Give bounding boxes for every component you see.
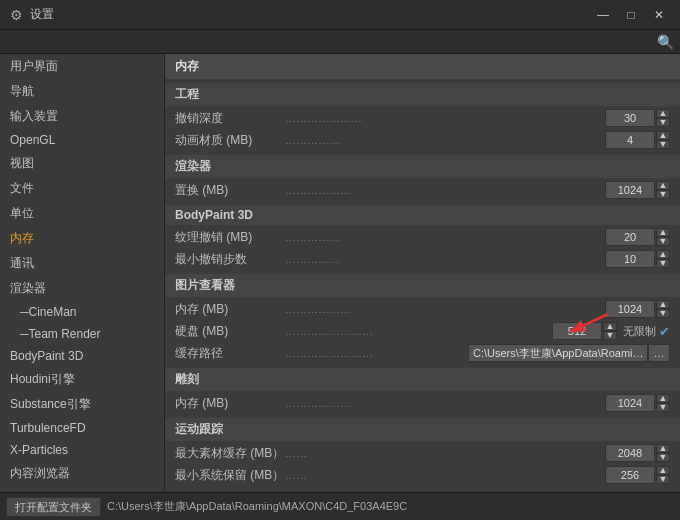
input-min-system-reserve[interactable] bbox=[605, 466, 655, 484]
sidebar-item-navigation[interactable]: 导航 bbox=[0, 79, 164, 104]
dots-undo-depth: ………………… bbox=[285, 112, 605, 124]
search-bar: 🔍 bbox=[0, 30, 680, 54]
row-swap-mb: 置换 (MB) ……………… ▲ ▼ bbox=[165, 179, 680, 201]
label-sculpt-memory: 内存 (MB) bbox=[175, 395, 285, 412]
row-sculpt-memory: 内存 (MB) ……………… ▲ ▼ bbox=[165, 392, 680, 414]
app-icon: ⚙ bbox=[8, 7, 24, 23]
subsection-motion-tracking: 运动跟踪 bbox=[165, 418, 680, 441]
sidebar-item-cineman[interactable]: ─CineMan bbox=[0, 301, 164, 323]
spinner-down-texture-undo[interactable]: ▼ bbox=[656, 237, 670, 246]
val-max-raw-memory: ▲ ▼ bbox=[605, 444, 670, 462]
input-undo-depth[interactable] bbox=[605, 109, 655, 127]
spinner-down-undo-depth[interactable]: ▼ bbox=[656, 118, 670, 127]
val-swap-mb: ▲ ▼ bbox=[605, 181, 670, 199]
val-min-system-reserve: ▲ ▼ bbox=[605, 466, 670, 484]
sidebar-item-scene[interactable]: 场次 bbox=[0, 486, 164, 492]
sidebar-item-renderer[interactable]: 渲染器 bbox=[0, 276, 164, 301]
spinner-down-disk-mb[interactable]: ▼ bbox=[603, 331, 617, 340]
input-sculpt-memory[interactable] bbox=[605, 394, 655, 412]
spinner-down-memory-mb[interactable]: ▼ bbox=[656, 309, 670, 318]
minimize-button[interactable]: — bbox=[590, 5, 616, 25]
sidebar-item-comms[interactable]: 通讯 bbox=[0, 251, 164, 276]
input-disk-mb[interactable] bbox=[552, 322, 602, 340]
dots-cache-path: …………………… bbox=[285, 347, 468, 359]
subsection-sculpt: 雕刻 bbox=[165, 368, 680, 391]
dots-sculpt-memory: ……………… bbox=[285, 397, 605, 409]
sidebar-item-units[interactable]: 单位 bbox=[0, 201, 164, 226]
sidebar-item-turbulencefd[interactable]: TurbulenceFD bbox=[0, 417, 164, 439]
spinner-down-swap-mb[interactable]: ▼ bbox=[656, 190, 670, 199]
sidebar-item-team-render[interactable]: ─Team Render bbox=[0, 323, 164, 345]
row-undo-depth: 撤销深度 ………………… ▲ ▼ bbox=[165, 107, 680, 129]
close-button[interactable]: ✕ bbox=[646, 5, 672, 25]
sidebar-item-x-particles[interactable]: X-Particles bbox=[0, 439, 164, 461]
bottom-bar: 打开配置文件夹 C:\Users\李世康\AppData\Roaming\MAX… bbox=[0, 492, 680, 520]
subsection-renderer: 渲染器 bbox=[165, 155, 680, 178]
bottom-path: C:\Users\李世康\AppData\Roaming\MAXON\C4D_F… bbox=[107, 499, 407, 514]
spinner-down-sculpt-memory[interactable]: ▼ bbox=[656, 403, 670, 412]
label-animation-texture: 动画材质 (MB) bbox=[175, 132, 285, 149]
dots-swap-mb: ……………… bbox=[285, 184, 605, 196]
dots-texture-undo: …………… bbox=[285, 231, 605, 243]
sidebar-item-content-browser[interactable]: 内容浏览器 bbox=[0, 461, 164, 486]
search-icon[interactable]: 🔍 bbox=[657, 34, 674, 50]
input-swap-mb[interactable] bbox=[605, 181, 655, 199]
browse-button[interactable]: … bbox=[648, 344, 670, 362]
row-disk-mb: 硬盘 (MB) …………………… ▲ ▼ bbox=[165, 320, 680, 342]
row-cache-path: 缓存路径 …………………… … bbox=[165, 342, 680, 364]
input-cache-path[interactable] bbox=[468, 344, 648, 362]
sidebar-item-viewport[interactable]: 视图 bbox=[0, 151, 164, 176]
spinner-down-min-undo-steps[interactable]: ▼ bbox=[656, 259, 670, 268]
label-min-undo-steps: 最小撤销步数 bbox=[175, 251, 285, 268]
title-bar: ⚙ 设置 — □ ✕ bbox=[0, 0, 680, 30]
label-texture-undo: 纹理撤销 (MB) bbox=[175, 229, 285, 246]
val-cache-path: … bbox=[468, 344, 670, 362]
val-memory-mb: ▲ ▼ bbox=[605, 300, 670, 318]
spinner-memory-mb: ▲ ▼ bbox=[656, 300, 670, 318]
input-animation-texture[interactable] bbox=[605, 131, 655, 149]
window-controls: — □ ✕ bbox=[590, 5, 672, 25]
maximize-button[interactable]: □ bbox=[618, 5, 644, 25]
sidebar-item-files[interactable]: 文件 bbox=[0, 176, 164, 201]
unlimited-label: 无限制✔ bbox=[623, 324, 670, 339]
label-memory-mb: 内存 (MB) bbox=[175, 301, 285, 318]
val-undo-depth: ▲ ▼ bbox=[605, 109, 670, 127]
val-texture-undo: ▲ ▼ bbox=[605, 228, 670, 246]
row-texture-undo: 纹理撤销 (MB) …………… ▲ ▼ bbox=[165, 226, 680, 248]
sidebar-item-memory[interactable]: 内存 bbox=[0, 226, 164, 251]
sidebar-item-bodypaint3d[interactable]: BodyPaint 3D bbox=[0, 345, 164, 367]
sidebar-item-houdini[interactable]: Houdini引擎 bbox=[0, 367, 164, 392]
label-undo-depth: 撤销深度 bbox=[175, 110, 285, 127]
sidebar-item-substance[interactable]: Substance引擎 bbox=[0, 392, 164, 417]
dots-memory-mb: ……………… bbox=[285, 303, 605, 315]
spinner-down-min-system-reserve[interactable]: ▼ bbox=[656, 475, 670, 484]
sidebar-item-opengl[interactable]: OpenGL bbox=[0, 129, 164, 151]
input-texture-undo[interactable] bbox=[605, 228, 655, 246]
open-folder-button[interactable]: 打开配置文件夹 bbox=[6, 497, 101, 517]
row-max-raw-memory: 最大素材缓存 (MB） …… ▲ ▼ bbox=[165, 442, 680, 464]
sidebar-item-input-devices[interactable]: 输入装置 bbox=[0, 104, 164, 129]
sidebar-item-user-interface[interactable]: 用户界面 bbox=[0, 54, 164, 79]
label-min-system-reserve: 最小系统保留 (MB） bbox=[175, 467, 285, 484]
input-memory-mb[interactable] bbox=[605, 300, 655, 318]
dots-min-undo-steps: …………… bbox=[285, 253, 605, 265]
input-min-undo-steps[interactable] bbox=[605, 250, 655, 268]
unlimited-checkmark: ✔ bbox=[659, 324, 670, 339]
spinner-min-system-reserve: ▲ ▼ bbox=[656, 466, 670, 484]
content-area: 内存 工程 撤销深度 ………………… ▲ ▼ 动画材质 (MB) …………… ▲… bbox=[165, 54, 680, 492]
spinner-down-animation-texture[interactable]: ▼ bbox=[656, 140, 670, 149]
input-max-raw-memory[interactable] bbox=[605, 444, 655, 462]
row-min-system-reserve: 最小系统保留 (MB） …… ▲ ▼ bbox=[165, 464, 680, 486]
spinner-texture-undo: ▲ ▼ bbox=[656, 228, 670, 246]
dots-disk-mb: …………………… bbox=[285, 325, 552, 337]
val-min-undo-steps: ▲ ▼ bbox=[605, 250, 670, 268]
spinner-max-raw-memory: ▲ ▼ bbox=[656, 444, 670, 462]
dots-min-system-reserve: …… bbox=[285, 469, 605, 481]
spinner-down-max-raw-memory[interactable]: ▼ bbox=[656, 453, 670, 462]
val-disk-mb: ▲ ▼ 无限制✔ bbox=[552, 322, 670, 340]
main-layout: 用户界面 导航 输入装置 OpenGL 视图 文件 单位 内存 通讯 渲染器 ─… bbox=[0, 54, 680, 492]
main-section-header: 内存 bbox=[165, 54, 680, 79]
spinner-disk-mb: ▲ ▼ bbox=[603, 322, 617, 340]
val-animation-texture: ▲ ▼ bbox=[605, 131, 670, 149]
subsection-image-viewer: 图片查看器 bbox=[165, 274, 680, 297]
